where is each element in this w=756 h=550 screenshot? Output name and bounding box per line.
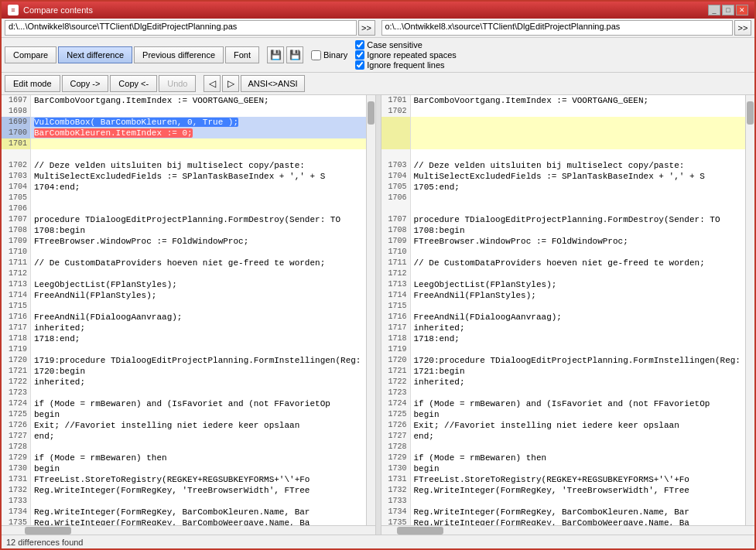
line-content: Exit; //Favoriet instelling niet iedere … [411,420,746,431]
left-path[interactable]: d:\...\Ontwikkel8\source\TTClient\DlgEdi… [5,20,357,36]
edit-mode-button[interactable]: Edit mode [5,75,60,92]
code-line: 17051705:end; [381,182,746,193]
line-number: 1726 [381,420,411,431]
line-number: 1715 [381,301,411,312]
panel-splitter[interactable] [375,95,381,535]
icon-btn-3[interactable]: ◁ [204,75,221,92]
code-line: 1713 LeegObjectList(FPlanStyles); [2,279,366,290]
line-number: 1734 [2,507,31,518]
code-line: 1704 MultiSelectExcludedFields := SPlanT… [381,171,746,182]
left-code-area[interactable]: 1697 BarComboVoortgang.ItemIndex := VOOR… [2,95,366,525]
line-content: 1718:end; [411,333,746,344]
code-line: 1730 begin [381,463,746,474]
code-line: 1711 // De CustomDataProviders hoeven ni… [2,258,366,268]
code-line: 1712 [381,268,746,279]
icon-btn-2[interactable]: 💾 [286,46,303,63]
code-line: 1724 if (Mode = rmBewaren) and (IsFavori… [2,398,366,409]
right-path-expand[interactable]: >> [734,20,751,36]
code-line: 1699 VulComboBox( BarComboKleuren, 0, Tr… [2,117,366,128]
code-line: 1733 [381,496,746,507]
right-path[interactable]: o:\...\Ontwikkel8.x\source\TTClient\DlgE… [381,20,734,36]
line-content: begin [31,463,366,474]
code-line: 1732 Reg.WriteInteger(FormRegKey, 'TreeB… [2,485,366,496]
line-content: if (Mode = rmBewaren) and (IsFavoriet an… [31,398,366,409]
line-number: 1708 [2,225,31,236]
line-number: 1726 [2,420,31,431]
line-number: 1712 [2,268,31,279]
status-text: 12 differences found [6,538,83,547]
line-content: 1719:procedure TDialoogEditProjectPlanni… [31,355,366,366]
binary-checkbox[interactable] [311,50,321,60]
line-number: 1716 [381,312,411,323]
line-number: 1722 [381,377,411,388]
line-content: end; [411,431,746,442]
close-button[interactable]: ✕ [736,5,748,15]
undo-button[interactable]: Undo [159,75,196,92]
maximize-button[interactable]: □ [722,5,734,15]
line-content: 1718:end; [31,333,366,344]
right-code-area[interactable]: 1701 BarComboVoortgang.ItemIndex := VOOR… [381,95,746,525]
line-content [31,301,366,312]
right-panel-content: 1701 BarComboVoortgang.ItemIndex := VOOR… [381,95,755,525]
code-line: 1700 BarComboKleuren.ItemIndex := 0; [2,128,366,138]
code-line: 1714 FreeAndNil(FPlanStyles); [2,290,366,301]
code-line: 1729 if (Mode = rmBewaren) then [2,453,366,463]
left-path-expand[interactable]: >> [358,20,375,36]
ansi-button[interactable]: ANSI<>ANSI [241,75,304,92]
line-content: FTreeBrowser.WindowProc := FOldWindowPro… [411,236,746,247]
line-content: BarComboVoortgang.ItemIndex := VOORTGANG… [31,95,366,106]
ignore-spaces-row: Ignore repeated spaces [355,50,457,60]
code-line: 1706 [2,203,366,214]
line-number: 1733 [381,496,411,507]
line-number: 1703 [381,160,411,171]
line-content: Reg.WriteInteger(FormRegKey, BarComboWee… [31,518,366,525]
line-content: Reg.WriteInteger(FormRegKey, 'TreeBrowse… [411,485,746,496]
case-sensitive-checkbox[interactable] [355,40,364,50]
line-content: MultiSelectExcludedFields := SPlanTaskBa… [411,171,746,182]
line-number: 1730 [2,463,31,474]
line-number: 1731 [2,474,31,485]
line-number: 1721 [2,366,31,377]
icon-btn-4[interactable]: ▷ [222,75,239,92]
compare-button[interactable]: Compare [5,46,56,63]
line-content: // Deze velden uitsluiten bij multiselec… [411,160,746,171]
line-number: 1716 [2,312,31,323]
line-number: 1709 [381,236,411,247]
line-number: 1718 [2,333,31,344]
line-number: 1727 [2,431,31,442]
line-content: Reg.WriteInteger(FormRegKey, BarComboWee… [411,518,746,525]
line-content: inherited; [31,323,366,333]
window-title: Compare contents [23,5,93,15]
ignore-spaces-checkbox[interactable] [355,50,364,60]
line-number: 1729 [2,453,31,463]
ignore-lines-checkbox[interactable] [355,60,364,70]
line-content: begin [411,463,746,474]
left-scroll-h[interactable] [2,525,375,535]
line-number: 1701 [381,95,411,106]
minimize-button[interactable]: _ [708,5,720,15]
code-line: 1731 FTreeList.StoreToRegistry(REGKEY+RE… [381,474,746,485]
line-number: 1708 [381,225,411,236]
toolbar-row1: Compare Next difference Previous differe… [2,38,754,73]
code-line: 17211721:begin [381,366,746,377]
right-scroll-h[interactable] [381,525,755,535]
code-line: 1725 begin [2,409,366,420]
line-number: 1714 [381,290,411,301]
line-content [31,193,366,203]
code-line: 1707procedure TDialoogEditProjectPlannin… [2,214,366,225]
next-diff-button[interactable]: Next difference [58,46,132,63]
code-line: 1717 inherited; [381,323,746,333]
code-line: 1723 [2,388,366,398]
font-button[interactable]: Font [225,46,259,63]
code-line: 1716 FreeAndNil(FDialoogAanvraag); [381,312,746,323]
code-line: 1732 Reg.WriteInteger(FormRegKey, 'TreeB… [381,485,746,496]
copy-left-button[interactable]: Copy <- [110,75,157,92]
line-number: 1704 [381,171,411,182]
left-scrollbar[interactable] [366,95,375,525]
prev-diff-button[interactable]: Previous difference [134,46,224,63]
copy-right-button[interactable]: Copy -> [62,75,109,92]
right-scrollbar[interactable] [745,95,754,525]
icon-btn-1[interactable]: 💾 [267,46,284,63]
line-content: begin [411,409,746,420]
code-line [381,203,746,214]
